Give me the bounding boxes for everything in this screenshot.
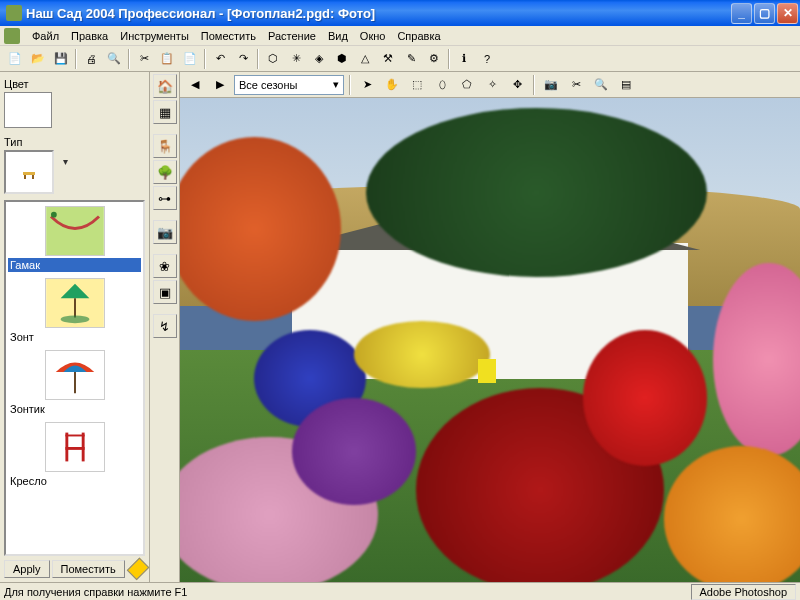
season-selected-label: Все сезоны xyxy=(239,79,297,91)
furniture-tool-button[interactable]: 🪑 xyxy=(153,134,177,158)
move-tool-button[interactable]: ✥ xyxy=(506,74,528,96)
list-item[interactable]: Кресло xyxy=(6,418,143,490)
tool-7-button[interactable]: ✎ xyxy=(400,48,422,70)
menu-place[interactable]: Поместить xyxy=(195,28,262,44)
undo-button[interactable]: ↶ xyxy=(209,48,231,70)
grid-button[interactable]: ▤ xyxy=(615,74,637,96)
connector-icon: ⊶ xyxy=(158,191,171,206)
house-tool-button[interactable]: 🏠 xyxy=(153,74,177,98)
tool-2-button[interactable]: ✳ xyxy=(285,48,307,70)
color-swatch[interactable] xyxy=(4,92,52,128)
new-button[interactable]: 📄 xyxy=(4,48,26,70)
svg-rect-13 xyxy=(65,447,84,450)
tool-6-button[interactable]: ⚒ xyxy=(377,48,399,70)
thumbnail-label: Гамак xyxy=(8,258,141,272)
paste-button[interactable]: 📄 xyxy=(179,48,201,70)
garden-viewport[interactable] xyxy=(180,98,800,582)
menu-help[interactable]: Справка xyxy=(391,28,446,44)
status-bar: Для получения справки нажмите F1 Adobe P… xyxy=(0,582,800,600)
menu-view[interactable]: Вид xyxy=(322,28,354,44)
cut-button[interactable]: ✂ xyxy=(133,48,155,70)
menu-bar: Файл Правка Инструменты Поместить Растен… xyxy=(0,26,800,46)
connector-tool-button[interactable]: ⊶ xyxy=(153,186,177,210)
tool-8-button[interactable]: ⚙ xyxy=(423,48,445,70)
select-rect-button[interactable]: ⬚ xyxy=(406,74,428,96)
object-thumbnail-list[interactable]: Гамак Зонт Зонтик Кресло xyxy=(4,200,145,556)
nav-right-button[interactable]: ▶ xyxy=(209,74,231,96)
window-title: Наш Сад 2004 Профессионал - [Фотоплан2.p… xyxy=(26,6,731,21)
redo-button[interactable]: ↷ xyxy=(232,48,254,70)
tree-foliage xyxy=(366,108,707,277)
tool-4-button[interactable]: ⬢ xyxy=(331,48,353,70)
path-tool-button[interactable]: ↯ xyxy=(153,314,177,338)
info-button[interactable]: ℹ xyxy=(453,48,475,70)
minimize-button[interactable]: _ xyxy=(731,3,752,24)
menu-tools[interactable]: Инструменты xyxy=(114,28,195,44)
save-button[interactable]: 💾 xyxy=(50,48,72,70)
tree-tool-button[interactable]: 🌳 xyxy=(153,160,177,184)
frame-icon: ▣ xyxy=(159,285,171,300)
type-selector[interactable] xyxy=(4,150,54,194)
select-poly-button[interactable]: ⬠ xyxy=(456,74,478,96)
camera-icon: 📷 xyxy=(157,225,173,240)
window-controls: _ ▢ ✕ xyxy=(731,3,798,24)
sidebar-button-row: Apply Поместить xyxy=(4,560,145,578)
list-item[interactable]: Зонтик xyxy=(6,346,143,418)
hand-tool-button[interactable]: ✋ xyxy=(381,74,403,96)
help-icon: ? xyxy=(484,53,490,65)
frame-tool-button[interactable]: ▣ xyxy=(153,280,177,304)
help-button[interactable]: ? xyxy=(476,48,498,70)
flower-icon: ❀ xyxy=(159,259,170,274)
crop-button[interactable]: ✂ xyxy=(565,74,587,96)
main-toolbar: 📄 📂 💾 🖨 🔍 ✂ 📋 📄 ↶ ↷ ⬡ ✳ ◈ ⬢ △ ⚒ ✎ ⚙ ℹ ? xyxy=(0,46,800,72)
svg-rect-1 xyxy=(24,175,26,179)
select-magic-button[interactable]: ✧ xyxy=(481,74,503,96)
tool-3-button[interactable]: ◈ xyxy=(308,48,330,70)
yellow-chair xyxy=(478,359,496,383)
color-label: Цвет xyxy=(4,78,145,90)
separator xyxy=(75,49,77,69)
flower-tool-button[interactable]: ❀ xyxy=(153,254,177,278)
purple-flowers xyxy=(292,398,416,504)
open-button[interactable]: 📂 xyxy=(27,48,49,70)
thumbnail-label: Зонтик xyxy=(8,402,141,416)
place-button[interactable]: Поместить xyxy=(52,560,125,578)
status-help-hint: Для получения справки нажмите F1 xyxy=(4,586,187,598)
print-button[interactable]: 🖨 xyxy=(80,48,102,70)
menu-plant[interactable]: Растение xyxy=(262,28,322,44)
zoom-button[interactable]: 🔍 xyxy=(590,74,612,96)
close-button[interactable]: ✕ xyxy=(777,3,798,24)
separator xyxy=(128,49,130,69)
pointer-tool-button[interactable]: ➤ xyxy=(356,74,378,96)
svg-point-4 xyxy=(51,212,57,218)
garden-scene xyxy=(180,98,800,582)
snapshot-button[interactable]: 📷 xyxy=(540,74,562,96)
season-dropdown[interactable]: Все сезоны ▾ xyxy=(234,75,344,95)
separator xyxy=(204,49,206,69)
menu-file[interactable]: Файл xyxy=(26,28,65,44)
apply-button[interactable]: Apply xyxy=(4,560,50,578)
copy-button[interactable]: 📋 xyxy=(156,48,178,70)
list-item[interactable]: Зонт xyxy=(6,274,143,346)
select-lasso-button[interactable]: ⬯ xyxy=(431,74,453,96)
menu-window[interactable]: Окно xyxy=(354,28,392,44)
fence-tool-button[interactable]: ▦ xyxy=(153,100,177,124)
thumbnail-label: Зонт xyxy=(8,330,141,344)
camera-tool-button[interactable]: 📷 xyxy=(153,220,177,244)
menu-edit[interactable]: Правка xyxy=(65,28,114,44)
diamond-indicator-icon[interactable] xyxy=(126,558,149,581)
tree-icon: 🌳 xyxy=(157,165,173,180)
separator xyxy=(448,49,450,69)
print-preview-button[interactable]: 🔍 xyxy=(103,48,125,70)
hammock-icon xyxy=(45,206,105,256)
nav-left-button[interactable]: ◀ xyxy=(184,74,206,96)
maximize-button[interactable]: ▢ xyxy=(754,3,775,24)
tool-1-button[interactable]: ⬡ xyxy=(262,48,284,70)
list-item[interactable]: Гамак xyxy=(6,202,143,274)
umbrella-icon xyxy=(45,278,105,328)
vertical-toolstrip: 🏠 ▦ 🪑 🌳 ⊶ 📷 ❀ ▣ ↯ xyxy=(150,72,180,582)
separator xyxy=(533,75,535,95)
main-work-area: Цвет Тип Гамак Зонт Зонтик Кресло xyxy=(0,72,800,582)
separator xyxy=(349,75,351,95)
tool-5-button[interactable]: △ xyxy=(354,48,376,70)
